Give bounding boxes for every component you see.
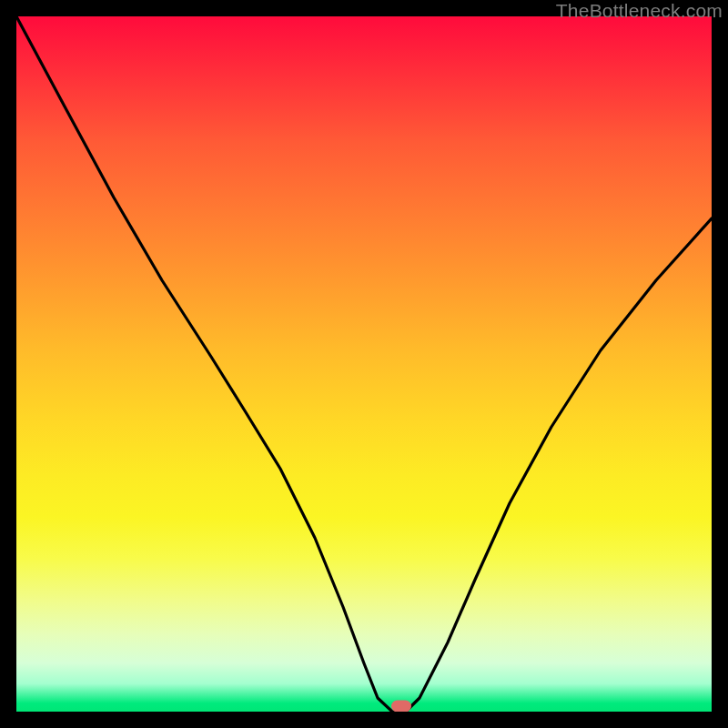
optimal-point-marker: [391, 700, 411, 712]
attribution-text: TheBottleneck.com: [556, 0, 723, 22]
curve-path: [16, 16, 712, 712]
chart-frame: TheBottleneck.com: [0, 0, 728, 728]
bottleneck-curve: [16, 16, 712, 712]
plot-area: [16, 16, 712, 712]
